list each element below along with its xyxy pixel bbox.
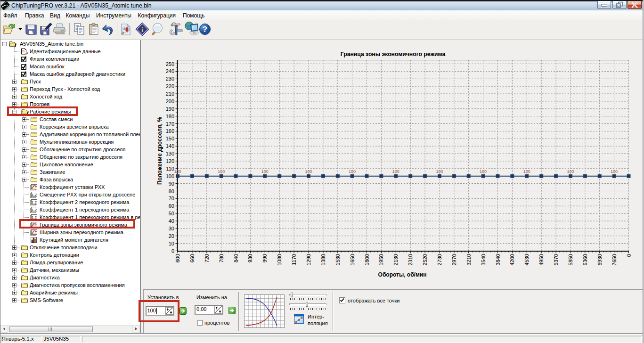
svg-text:1950: 1950 [378,254,384,265]
svg-text:600: 600 [175,254,180,262]
svg-text:7650: 7650 [611,254,617,265]
svg-text:140: 140 [166,143,174,149]
svg-text:2130: 2130 [393,254,399,265]
svg-text:2310: 2310 [408,254,413,265]
svg-text:0: 0 [626,254,632,257]
svg-text:60: 60 [169,203,174,209]
svg-text:1.2: 1.2 [31,200,37,204]
svg-text:720: 720 [204,254,210,262]
svg-text:6360: 6360 [582,254,588,265]
svg-text:1530: 1530 [335,254,341,265]
svg-text:3540: 3540 [481,254,486,265]
svg-text:2970: 2970 [451,254,457,265]
svg-text:1380: 1380 [320,254,326,265]
svg-text:100: 100 [166,173,174,179]
svg-text:930: 930 [247,254,253,262]
svg-text:10: 10 [169,241,174,246]
svg-text:30: 30 [169,226,174,231]
svg-text:200: 200 [166,98,174,104]
svg-text:70: 70 [169,196,174,201]
svg-text:0: 0 [171,248,174,254]
svg-text:230: 230 [166,76,174,82]
svg-text:150: 150 [166,136,174,141]
svg-text:Обороты, об/мин: Обороты, об/мин [378,271,427,278]
svg-text:780: 780 [219,254,224,262]
svg-text:100: 100 [611,169,618,174]
svg-text:4950: 4950 [538,254,544,265]
svg-text:6930: 6930 [597,254,603,265]
svg-text:220: 220 [166,83,174,89]
svg-text:100: 100 [523,169,530,174]
svg-text:100: 100 [480,169,487,174]
svg-text:160: 160 [166,128,174,134]
svg-text:5850: 5850 [568,254,573,265]
svg-text:990: 990 [262,254,268,262]
svg-text:1080: 1080 [277,254,282,265]
svg-text:210: 210 [166,91,174,97]
svg-text:40: 40 [169,218,174,224]
svg-text:1170: 1170 [291,254,297,265]
svg-text:2730: 2730 [437,254,442,265]
svg-text:20: 20 [169,233,174,239]
svg-text:4200: 4200 [509,254,515,265]
svg-text:840: 840 [233,254,239,262]
svg-text:100: 100 [174,169,181,174]
svg-text:100: 100 [218,169,225,174]
svg-text:1.2: 1.2 [31,208,37,212]
svg-text:Граница зоны экономичного режи: Граница зоны экономичного режима [341,51,446,57]
svg-text:i: i [141,26,143,33]
svg-text:80: 80 [169,188,174,194]
svg-text:130: 130 [166,151,174,156]
svg-text:240: 240 [166,68,174,74]
svg-text:50: 50 [169,211,174,216]
svg-text:4530: 4530 [524,254,530,265]
svg-text:1650: 1650 [350,254,355,265]
svg-text:1800: 1800 [364,254,370,265]
svg-text:100: 100 [392,169,399,174]
svg-text:660: 660 [189,254,195,262]
svg-text:170: 170 [166,121,174,127]
svg-text:3210: 3210 [466,254,472,265]
svg-text:100: 100 [349,169,356,174]
svg-text:100: 100 [261,169,269,174]
svg-text:110: 110 [166,166,174,172]
svg-text:100: 100 [305,169,312,174]
svg-text:90: 90 [169,181,174,187]
svg-text:100: 100 [436,169,443,174]
svg-text:2520: 2520 [422,254,428,265]
svg-text:Положение дросселя, %: Положение дросселя, % [156,117,163,185]
svg-text:1290: 1290 [306,254,311,265]
svg-text:180: 180 [166,114,174,119]
svg-text:250: 250 [166,61,174,67]
svg-text:?: ? [203,25,207,34]
svg-text:100: 100 [567,169,574,174]
svg-text:3840: 3840 [495,254,501,265]
svg-text:5370: 5370 [553,254,559,265]
svg-text:190: 190 [166,106,174,112]
svg-text:120: 120 [166,158,174,164]
svg-text:1.2: 1.2 [31,193,37,197]
